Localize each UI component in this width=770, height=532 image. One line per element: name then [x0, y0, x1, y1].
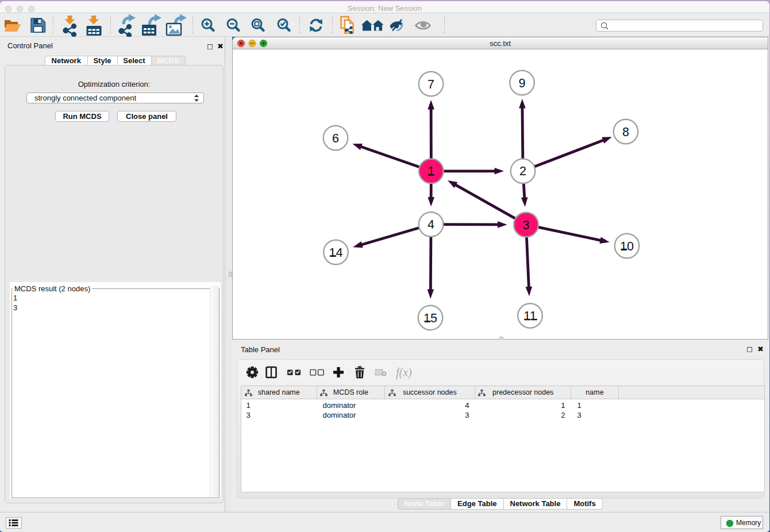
- svg-text:9: 9: [519, 76, 526, 90]
- svg-text:6: 6: [332, 131, 339, 145]
- svg-text:3: 3: [523, 218, 530, 232]
- svg-text:2: 2: [519, 164, 526, 178]
- svg-text:8: 8: [622, 125, 629, 138]
- svg-text:11: 11: [523, 309, 536, 323]
- svg-text:15: 15: [424, 311, 437, 325]
- svg-text:4: 4: [428, 218, 434, 232]
- svg-text:10: 10: [620, 239, 634, 253]
- svg-text:14: 14: [329, 245, 343, 259]
- svg-text:7: 7: [428, 77, 434, 91]
- svg-text:1: 1: [428, 164, 434, 178]
- svg-text:f(x): f(x): [396, 366, 412, 379]
